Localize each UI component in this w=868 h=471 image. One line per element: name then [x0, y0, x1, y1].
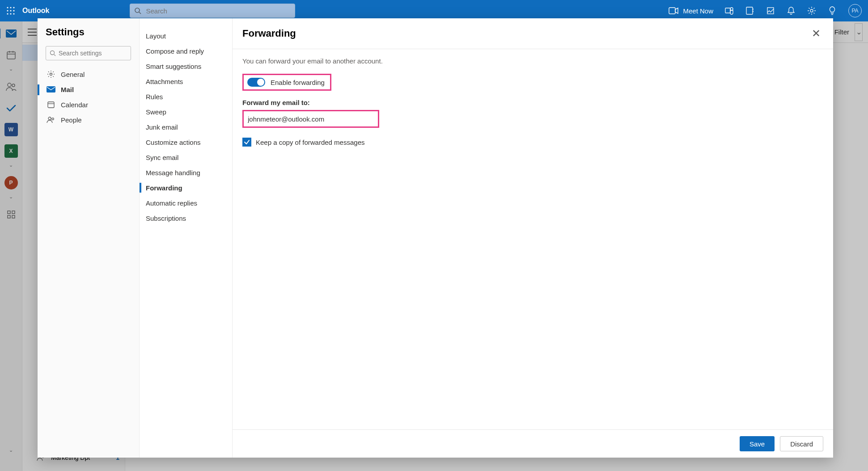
subnav-subscriptions[interactable]: Subscriptions	[140, 210, 232, 226]
forwarding-description: You can forward your email to another ac…	[242, 57, 823, 65]
subnav-junk-email[interactable]: Junk email	[140, 119, 232, 135]
subnav-customize-actions[interactable]: Customize actions	[140, 135, 232, 150]
category-label: Calendar	[61, 101, 88, 109]
svg-point-36	[51, 51, 55, 55]
svg-point-13	[730, 8, 733, 10]
global-search[interactable]	[130, 4, 295, 18]
mail-icon	[47, 85, 55, 94]
category-general[interactable]: General	[46, 67, 131, 82]
category-people[interactable]: People	[46, 112, 131, 127]
enable-forwarding-label: Enable forwarding	[271, 79, 325, 86]
svg-line-10	[139, 12, 141, 14]
gear-icon	[47, 70, 55, 79]
svg-point-7	[10, 13, 11, 14]
category-calendar[interactable]: Calendar	[46, 97, 131, 112]
svg-point-43	[52, 118, 54, 120]
svg-point-3	[7, 10, 8, 11]
subnav-message-handling[interactable]: Message handling	[140, 165, 232, 180]
svg-line-37	[54, 55, 55, 56]
account-avatar[interactable]: PA	[848, 4, 862, 17]
app-launcher-button[interactable]	[4, 4, 17, 17]
settings-search-input[interactable]	[59, 50, 127, 57]
subnav-compose-and-reply[interactable]: Compose and reply	[140, 43, 232, 59]
keep-copy-checkbox[interactable]	[242, 138, 251, 147]
svg-rect-14	[746, 7, 753, 14]
svg-rect-39	[47, 86, 55, 93]
settings-search[interactable]	[46, 46, 131, 60]
subnav-sweep[interactable]: Sweep	[140, 104, 232, 119]
enable-forwarding-highlight: Enable forwarding	[242, 74, 331, 91]
category-mail[interactable]: Mail	[46, 82, 131, 97]
svg-point-2	[13, 7, 14, 8]
people-icon	[47, 115, 55, 124]
settings-categories-pane: Settings General Mail Calendar People	[38, 18, 140, 458]
svg-point-9	[135, 8, 140, 13]
close-button[interactable]: ✕	[809, 26, 823, 41]
subnav-sync-email[interactable]: Sync email	[140, 150, 232, 165]
tips-icon[interactable]	[828, 6, 837, 15]
discard-button[interactable]: Discard	[780, 436, 823, 451]
svg-point-38	[50, 73, 52, 76]
category-label: General	[61, 71, 85, 78]
settings-title: Settings	[46, 26, 131, 38]
forward-to-input[interactable]	[244, 111, 378, 126]
svg-point-42	[48, 117, 51, 120]
settings-modal: Settings General Mail Calendar People La…	[38, 18, 833, 458]
subnav-forwarding[interactable]: Forwarding	[140, 180, 232, 195]
svg-rect-40	[48, 102, 54, 108]
notes-icon[interactable]	[766, 6, 775, 15]
svg-rect-11	[669, 8, 675, 14]
svg-point-8	[13, 13, 14, 14]
save-button[interactable]: Save	[740, 436, 775, 451]
subnav-attachments[interactable]: Attachments	[140, 74, 232, 89]
forward-to-label: Forward my email to:	[242, 99, 823, 106]
brand-label: Outlook	[22, 7, 49, 15]
calendar-icon	[47, 100, 55, 109]
detail-title: Forwarding	[242, 28, 296, 39]
category-label: People	[61, 116, 82, 124]
search-icon	[134, 7, 146, 14]
close-icon: ✕	[812, 27, 821, 39]
svg-point-18	[810, 9, 813, 12]
keep-copy-label: Keep a copy of forwarded messages	[256, 139, 364, 146]
enable-forwarding-toggle[interactable]	[247, 78, 265, 87]
meet-now-button[interactable]: Meet Now	[669, 7, 713, 15]
subnav-automatic-replies[interactable]: Automatic replies	[140, 195, 232, 210]
onenote-icon[interactable]	[745, 6, 754, 15]
meet-now-label: Meet Now	[683, 7, 713, 15]
search-icon	[50, 50, 56, 56]
global-search-input[interactable]	[146, 7, 291, 15]
teams-icon[interactable]	[725, 6, 734, 15]
svg-point-6	[7, 13, 8, 14]
category-label: Mail	[61, 86, 74, 93]
video-icon	[669, 7, 678, 14]
settings-detail-pane: Forwarding ✕ You can forward your email …	[233, 18, 833, 458]
detail-footer: Save Discard	[233, 429, 833, 458]
svg-point-1	[10, 7, 11, 8]
svg-point-5	[13, 10, 14, 11]
settings-icon[interactable]	[807, 6, 816, 15]
svg-point-0	[7, 7, 8, 8]
svg-rect-12	[725, 8, 730, 13]
forward-to-highlight	[242, 110, 379, 128]
settings-subnav-pane: LayoutCompose and replySmart suggestions…	[140, 18, 233, 458]
subnav-layout[interactable]: Layout	[140, 28, 232, 43]
svg-point-4	[10, 10, 11, 11]
subnav-smart-suggestions[interactable]: Smart suggestions	[140, 59, 232, 74]
notifications-icon[interactable]	[787, 6, 796, 15]
svg-rect-17	[767, 8, 774, 14]
subnav-rules[interactable]: Rules	[140, 89, 232, 104]
